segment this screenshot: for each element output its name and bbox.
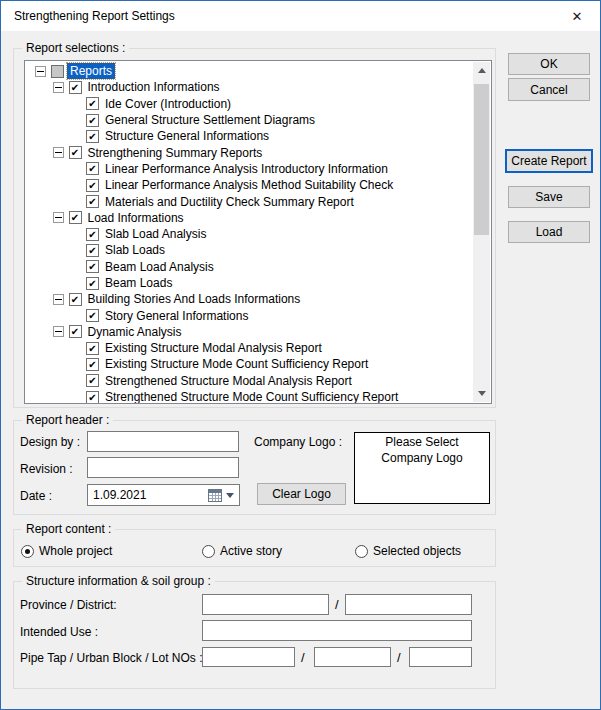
tree-item-label[interactable]: Slab Loads [102,242,168,258]
scrollbar-thumb[interactable] [474,84,489,235]
tree-item[interactable]: ✔Strengthening Summary Reports [25,144,473,160]
tree-checkbox-checked[interactable]: ✔ [86,260,99,273]
district-input[interactable] [345,594,472,615]
tree-checkbox-checked[interactable]: ✔ [86,162,99,175]
tree-item[interactable]: ✔Structure General Informations [25,128,473,144]
tree-checkbox-partial[interactable] [51,65,64,78]
calendar-icon[interactable] [208,489,222,502]
tree-item[interactable]: ✔Linear Performance Analysis Method Suit… [25,177,473,193]
tree-item[interactable]: ✔Slab Load Analysis [25,226,473,242]
date-dropdown-arrow-icon[interactable] [226,493,234,498]
tree-checkbox-checked[interactable]: ✔ [86,228,99,241]
tree-item[interactable]: ✔Dynamic Analysis [25,324,473,340]
tree-item-label[interactable]: Reports [67,63,115,79]
tree-checkbox-checked[interactable]: ✔ [69,293,82,306]
tree-checkbox-checked[interactable]: ✔ [86,114,99,127]
collapse-icon[interactable] [53,212,64,223]
radio-button-icon[interactable] [355,545,368,558]
scroll-up-button[interactable] [473,62,490,79]
tree-checkbox-checked[interactable]: ✔ [86,130,99,143]
clear-logo-button[interactable]: Clear Logo [257,483,346,505]
tree-item[interactable]: ✔Existing Structure Mode Count Sufficien… [25,356,473,372]
tree-item-label[interactable]: Strengthened Structure Modal Analysis Re… [102,373,355,389]
tree-checkbox-checked[interactable]: ✔ [69,211,82,224]
tree-item-label[interactable]: Story General Informations [102,308,251,324]
tree-checkbox-checked[interactable]: ✔ [86,391,99,404]
radio-active-story[interactable]: Active story [202,544,282,558]
collapse-icon[interactable] [53,294,64,305]
lot-no-input[interactable] [409,647,472,667]
tree-item[interactable]: ✔Load Informations [25,210,473,226]
structure-info-group: Structure information & soil group : Pro… [13,581,496,689]
company-logo-box[interactable]: Please Select Company Logo [354,432,490,504]
load-button[interactable]: Load [508,221,590,243]
tree-item-label[interactable]: Linear Performance Analysis Introductory… [102,161,391,177]
intended-use-input[interactable] [202,620,472,641]
tree-checkbox-checked[interactable]: ✔ [69,325,82,338]
tree-item-label[interactable]: Dynamic Analysis [85,324,185,340]
close-button[interactable]: ✕ [554,1,600,31]
scroll-down-button[interactable] [473,385,490,402]
tree-item-label[interactable]: Strengthened Structure Mode Count Suffic… [102,389,401,404]
tree-checkbox-checked[interactable]: ✔ [69,81,82,94]
tree-item-label[interactable]: Linear Performance Analysis Method Suita… [102,177,396,193]
tree-checkbox-checked[interactable]: ✔ [86,358,99,371]
tree-item-label[interactable]: Introduction Informations [85,79,223,95]
tree-item[interactable]: ✔Beam Loads [25,275,473,291]
tree-checkbox-checked[interactable]: ✔ [69,146,82,159]
tree-item[interactable]: ✔Strengthened Structure Modal Analysis R… [25,373,473,389]
tree-item-label[interactable]: Existing Structure Modal Analysis Report [102,340,325,356]
tree-item[interactable]: ✔Introduction Informations [25,79,473,95]
tree-item-label[interactable]: Beam Load Analysis [102,259,217,275]
pipe-tap-input[interactable] [202,647,295,667]
tree-item[interactable]: ✔Slab Loads [25,242,473,258]
tree-item[interactable]: Reports [25,63,473,79]
tree-item[interactable]: ✔Existing Structure Modal Analysis Repor… [25,340,473,356]
date-picker[interactable]: 1.09.2021 [87,484,240,506]
tree-item-label[interactable]: Beam Loads [102,275,175,291]
tree-item[interactable]: ✔Story General Informations [25,307,473,323]
tree-item[interactable]: ✔Linear Performance Analysis Introductor… [25,161,473,177]
tree-checkbox-checked[interactable]: ✔ [86,374,99,387]
tree-item-label[interactable]: Existing Structure Mode Count Sufficienc… [102,356,371,372]
radio-selected-objects[interactable]: Selected objects [355,544,461,558]
tree-item-label[interactable]: Structure General Informations [102,128,272,144]
tree-item-label[interactable]: Building Stories And Loads Informations [85,291,304,307]
collapse-icon[interactable] [53,82,64,93]
tree-item-label[interactable]: Ide Cover (Introduction) [102,96,234,112]
cancel-button[interactable]: Cancel [508,78,590,101]
tree-scrollbar[interactable] [473,62,490,402]
tree-item[interactable]: ✔Materials and Ductility Check Summary R… [25,193,473,209]
province-input[interactable] [202,594,329,615]
tree-checkbox-checked[interactable]: ✔ [86,342,99,355]
revision-input[interactable] [87,457,239,478]
tree-checkbox-checked[interactable]: ✔ [86,277,99,290]
tree-checkbox-checked[interactable]: ✔ [86,244,99,257]
collapse-icon[interactable] [53,326,64,337]
tree-item-label[interactable]: Materials and Ductility Check Summary Re… [102,194,357,210]
collapse-icon[interactable] [53,147,64,158]
tree-item-label[interactable]: Slab Load Analysis [102,226,209,242]
tree-item[interactable]: ✔General Structure Settlement Diagrams [25,112,473,128]
tree-item[interactable]: ✔Building Stories And Loads Informations [25,291,473,307]
save-button[interactable]: Save [508,186,590,208]
tree-item-label[interactable]: General Structure Settlement Diagrams [102,112,318,128]
tree-item[interactable]: ✔Beam Load Analysis [25,259,473,275]
radio-button-icon[interactable] [21,545,34,558]
tree-item-label[interactable]: Load Informations [85,210,187,226]
design-by-label: Design by : [20,435,80,449]
collapse-icon[interactable] [35,66,46,77]
radio-button-icon[interactable] [202,545,215,558]
urban-block-input[interactable] [314,647,391,667]
design-by-input[interactable] [87,431,239,452]
ok-button[interactable]: OK [508,53,590,75]
tree-item-label[interactable]: Strengthening Summary Reports [85,145,266,161]
radio-whole-project[interactable]: Whole project [21,544,112,558]
tree-checkbox-checked[interactable]: ✔ [86,195,99,208]
tree-item[interactable]: ✔Strengthened Structure Mode Count Suffi… [25,389,473,404]
tree-checkbox-checked[interactable]: ✔ [86,97,99,110]
tree-item[interactable]: ✔Ide Cover (Introduction) [25,96,473,112]
tree-checkbox-checked[interactable]: ✔ [86,309,99,322]
tree-checkbox-checked[interactable]: ✔ [86,179,99,192]
create-report-button[interactable]: Create Report [505,149,593,173]
